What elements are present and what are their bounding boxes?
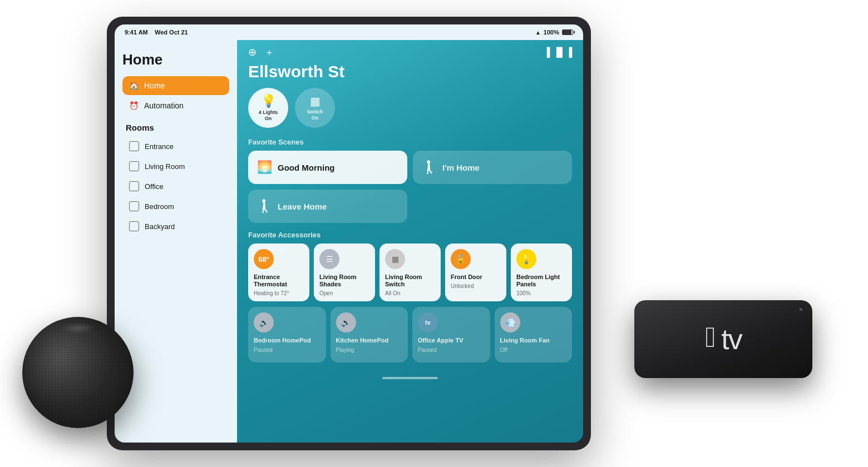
room-entrance[interactable]: Entrance <box>122 137 229 156</box>
room-backyard-icon <box>129 221 139 231</box>
switch-name: Living Room Switch <box>385 274 435 288</box>
automation-nav-label: Automation <box>144 101 184 110</box>
add-header-icon[interactable]: ＋ <box>264 46 274 59</box>
apple-tv-icon: tv <box>418 312 438 332</box>
sidebar-title: Home <box>122 51 229 68</box>
apple-tv-box:  tv <box>634 300 812 378</box>
thermostat-icon: 68° <box>254 249 274 269</box>
accessories-row2: 🔊 Bedroom HomePod Paused 🔊 Kitchen HomeP… <box>237 307 583 371</box>
fan-icon: 💨 <box>500 312 520 332</box>
status-time: 9:41 AM Wed Oct 21 <box>125 29 188 36</box>
bedroom-homepod-icon: 🔊 <box>254 312 274 332</box>
switch-tile-icon: ▦ <box>310 95 320 108</box>
acc-bedroom-homepod[interactable]: 🔊 Bedroom HomePod Paused <box>248 307 326 362</box>
light-panels-icon: 💡 <box>516 249 536 269</box>
status-bar: 9:41 AM Wed Oct 21 ▲ 100% <box>115 24 583 40</box>
automation-nav-icon: ⏰ <box>129 101 139 110</box>
date-display: Wed Oct 21 <box>155 29 188 36</box>
main-content: ⊕ ＋ ▌▐▌▐ Ellsworth St 💡 4 LightsOn <box>237 40 583 443</box>
ipad-screen: 9:41 AM Wed Oct 21 ▲ 100% Home <box>115 24 583 443</box>
apple-tv-device:  tv <box>634 300 823 423</box>
apple-tv-name: Office Apple TV <box>418 337 485 344</box>
kitchen-homepod-name: Kitchen HomePod <box>336 337 403 344</box>
homepod-mini <box>22 317 145 439</box>
bedroom-homepod-name: Bedroom HomePod <box>254 337 320 344</box>
home-nav-icon: 🏠 <box>129 81 139 90</box>
acc-living-room-fan[interactable]: 💨 Living Room Fan Off <box>495 307 573 362</box>
switch-status: All On <box>385 290 435 297</box>
acc-kitchen-homepod[interactable]: 🔊 Kitchen HomePod Playing <box>331 307 408 362</box>
door-icon: 🔓 <box>451 249 471 269</box>
nav-item-automation[interactable]: ⏰ Automation <box>122 96 229 115</box>
header-left-icons: ⊕ ＋ <box>248 46 274 59</box>
switch-tile-label: SwitchOn <box>307 109 323 121</box>
bedroom-homepod-status: Paused <box>254 347 320 354</box>
quick-tile-lights[interactable]: 💡 4 LightsOn <box>248 88 288 128</box>
room-backyard-label: Backyard <box>145 222 175 231</box>
shades-status: Open <box>319 290 369 297</box>
acc-living-room-switch[interactable]: ▦ Living Room Switch All On <box>379 244 441 301</box>
switch-icon: ▦ <box>385 249 405 269</box>
home-nav-label: Home <box>144 81 165 90</box>
apple-tv-status: Paused <box>418 347 485 354</box>
kitchen-homepod-icon: 🔊 <box>336 312 356 332</box>
homepod-body <box>22 317 134 428</box>
homepod-mesh <box>22 317 134 428</box>
status-right: ▲ 100% <box>535 29 573 36</box>
nav-item-home[interactable]: 🏠 Home <box>122 76 229 95</box>
battery-label: 100% <box>544 29 559 36</box>
homepod-top <box>61 322 95 334</box>
quick-tile-switch[interactable]: ▦ SwitchOn <box>295 88 335 128</box>
thermostat-name: Entrance Thermostat <box>254 274 304 288</box>
leave-home-label: Leave Home <box>278 202 327 211</box>
acc-bedroom-light-panels[interactable]: 💡 Bedroom Light Panels 100% <box>511 244 572 301</box>
scene-good-morning[interactable]: 🌅 Good Morning <box>248 151 407 184</box>
scene-leave-home[interactable]: 🚶 Leave Home <box>248 190 407 223</box>
home-bar <box>382 377 438 379</box>
apple-tv-logo:  tv <box>705 322 741 356</box>
room-backyard[interactable]: Backyard <box>122 217 229 236</box>
main-header: ⊕ ＋ ▌▐▌▐ <box>237 40 583 62</box>
home-header-icon[interactable]: ⊕ <box>248 46 257 58</box>
room-bedroom-icon <box>129 201 139 211</box>
lights-tile-label: 4 LightsOn <box>259 110 278 122</box>
lights-tile-icon: 💡 <box>261 94 276 108</box>
room-office[interactable]: Office <box>122 177 229 196</box>
light-panels-name: Bedroom Light Panels <box>516 274 566 288</box>
apple-tv-led <box>800 308 802 311</box>
battery-fill <box>563 30 571 34</box>
location-title: Ellsworth St <box>237 62 583 88</box>
good-morning-label: Good Morning <box>278 163 334 172</box>
room-living-room-icon <box>129 161 139 171</box>
room-office-icon <box>129 181 139 191</box>
room-living-room[interactable]: Living Room <box>122 157 229 176</box>
acc-front-door[interactable]: 🔓 Front Door Unlocked <box>445 244 506 301</box>
room-bedroom[interactable]: Bedroom <box>122 197 229 216</box>
shades-icon: ☰ <box>319 249 339 269</box>
room-bedroom-label: Bedroom <box>145 202 174 211</box>
home-indicator <box>237 371 583 381</box>
fan-name: Living Room Fan <box>500 337 567 344</box>
door-name: Front Door <box>451 274 501 281</box>
scene: 9:41 AM Wed Oct 21 ▲ 100% Home <box>0 0 868 467</box>
acc-entrance-thermostat[interactable]: 68° Entrance Thermostat Heating to 72° <box>248 244 309 301</box>
scenes-section-label: Favorite Scenes <box>237 138 583 151</box>
good-morning-icon: 🌅 <box>257 160 272 175</box>
thermostat-status: Heating to 72° <box>254 290 304 297</box>
light-panels-status: 100% <box>516 290 566 297</box>
leave-home-icon: 🚶 <box>257 199 272 213</box>
scene-im-home[interactable]: 🚶 I'm Home <box>413 151 572 184</box>
time-display: 9:41 AM <box>125 29 148 36</box>
battery-bar <box>562 29 573 35</box>
im-home-icon: 🚶 <box>422 160 437 175</box>
fan-status: Off <box>500 347 567 354</box>
room-entrance-icon <box>129 141 139 151</box>
kitchen-homepod-status: Playing <box>336 347 403 354</box>
shades-name: Living Room Shades <box>319 274 369 288</box>
door-status: Unlocked <box>451 283 501 290</box>
siri-icon[interactable]: ▌▐▌▐ <box>547 47 572 57</box>
room-entrance-label: Entrance <box>145 142 174 151</box>
apple-tv-text: tv <box>721 322 741 356</box>
acc-office-apple-tv[interactable]: tv Office Apple TV Paused <box>412 307 490 362</box>
acc-living-room-shades[interactable]: ☰ Living Room Shades Open <box>314 244 375 301</box>
